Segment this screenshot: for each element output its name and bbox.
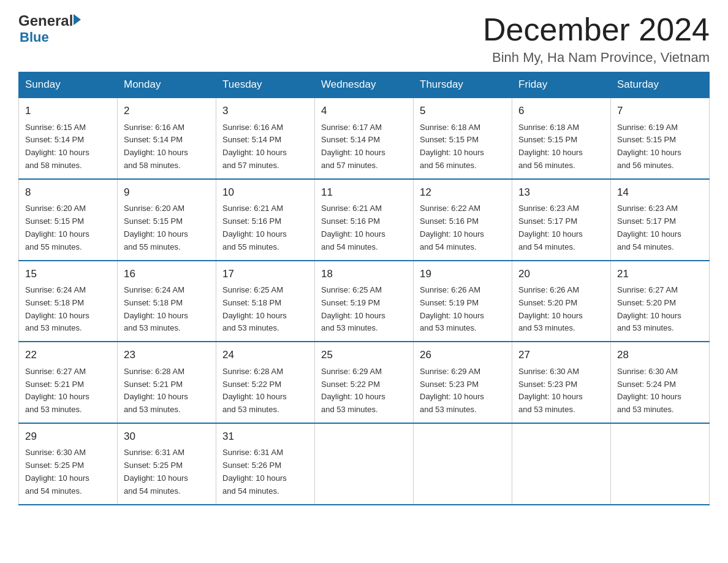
day-info: Sunrise: 6:20 AMSunset: 5:15 PMDaylight:… <box>124 204 188 251</box>
day-number: 29 <box>25 429 111 445</box>
week-row-5: 29 Sunrise: 6:30 AMSunset: 5:25 PMDaylig… <box>19 423 710 505</box>
week-row-3: 15 Sunrise: 6:24 AMSunset: 5:18 PMDaylig… <box>19 261 710 342</box>
day-number: 2 <box>124 103 210 119</box>
location-title: Binh My, Ha Nam Province, Vietnam <box>483 50 710 66</box>
day-number: 16 <box>124 266 210 282</box>
week-row-4: 22 Sunrise: 6:27 AMSunset: 5:21 PMDaylig… <box>19 342 710 423</box>
calendar-cell: 3 Sunrise: 6:16 AMSunset: 5:14 PMDayligh… <box>216 98 315 179</box>
calendar-cell <box>414 423 512 505</box>
logo-arrow-icon <box>74 14 81 25</box>
calendar-cell: 2 Sunrise: 6:16 AMSunset: 5:14 PMDayligh… <box>118 98 216 179</box>
weekday-header-row: SundayMondayTuesdayWednesdayThursdayFrid… <box>19 72 710 98</box>
calendar-cell: 17 Sunrise: 6:25 AMSunset: 5:18 PMDaylig… <box>216 261 315 342</box>
logo: General <box>18 12 81 29</box>
calendar-cell: 19 Sunrise: 6:26 AMSunset: 5:19 PMDaylig… <box>414 261 512 342</box>
calendar-cell: 6 Sunrise: 6:18 AMSunset: 5:15 PMDayligh… <box>512 98 611 179</box>
header-tuesday: Tuesday <box>216 72 315 98</box>
day-number: 21 <box>617 266 703 282</box>
day-info: Sunrise: 6:28 AMSunset: 5:21 PMDaylight:… <box>124 367 188 414</box>
day-info: Sunrise: 6:21 AMSunset: 5:16 PMDaylight:… <box>222 204 287 251</box>
day-info: Sunrise: 6:24 AMSunset: 5:18 PMDaylight:… <box>124 285 188 332</box>
day-number: 1 <box>25 103 111 119</box>
page-header: General Blue December 2024 Binh My, Ha N… <box>18 12 710 66</box>
day-number: 5 <box>420 103 506 119</box>
logo-area: General Blue <box>18 12 81 45</box>
calendar-cell: 11 Sunrise: 6:21 AMSunset: 5:16 PMDaylig… <box>315 179 414 261</box>
day-info: Sunrise: 6:20 AMSunset: 5:15 PMDaylight:… <box>25 204 89 251</box>
calendar-cell <box>611 423 710 505</box>
week-row-1: 1 Sunrise: 6:15 AMSunset: 5:14 PMDayligh… <box>19 98 710 179</box>
day-number: 9 <box>124 185 210 201</box>
day-number: 31 <box>222 429 308 445</box>
calendar-cell: 15 Sunrise: 6:24 AMSunset: 5:18 PMDaylig… <box>19 261 118 342</box>
title-area: December 2024 Binh My, Ha Nam Province, … <box>483 12 710 66</box>
day-info: Sunrise: 6:17 AMSunset: 5:14 PMDaylight:… <box>321 123 385 170</box>
day-number: 26 <box>420 347 506 363</box>
calendar-cell: 1 Sunrise: 6:15 AMSunset: 5:14 PMDayligh… <box>19 98 118 179</box>
day-number: 19 <box>420 266 506 282</box>
day-info: Sunrise: 6:19 AMSunset: 5:15 PMDaylight:… <box>617 123 681 170</box>
day-number: 28 <box>617 347 703 363</box>
day-number: 27 <box>518 347 604 363</box>
day-info: Sunrise: 6:31 AMSunset: 5:25 PMDaylight:… <box>124 448 188 495</box>
calendar-cell: 16 Sunrise: 6:24 AMSunset: 5:18 PMDaylig… <box>118 261 216 342</box>
day-number: 14 <box>617 185 703 201</box>
day-info: Sunrise: 6:16 AMSunset: 5:14 PMDaylight:… <box>124 123 188 170</box>
calendar-cell: 7 Sunrise: 6:19 AMSunset: 5:15 PMDayligh… <box>611 98 710 179</box>
calendar-cell: 26 Sunrise: 6:29 AMSunset: 5:23 PMDaylig… <box>414 342 512 423</box>
calendar-cell: 18 Sunrise: 6:25 AMSunset: 5:19 PMDaylig… <box>315 261 414 342</box>
day-info: Sunrise: 6:30 AMSunset: 5:24 PMDaylight:… <box>617 367 681 414</box>
calendar-cell: 29 Sunrise: 6:30 AMSunset: 5:25 PMDaylig… <box>19 423 118 505</box>
calendar-cell: 31 Sunrise: 6:31 AMSunset: 5:26 PMDaylig… <box>216 423 315 505</box>
day-number: 7 <box>617 103 703 119</box>
day-info: Sunrise: 6:27 AMSunset: 5:20 PMDaylight:… <box>617 285 681 332</box>
header-thursday: Thursday <box>414 72 512 98</box>
calendar-cell: 9 Sunrise: 6:20 AMSunset: 5:15 PMDayligh… <box>118 179 216 261</box>
header-monday: Monday <box>118 72 216 98</box>
calendar-cell: 10 Sunrise: 6:21 AMSunset: 5:16 PMDaylig… <box>216 179 315 261</box>
day-info: Sunrise: 6:29 AMSunset: 5:23 PMDaylight:… <box>420 367 484 414</box>
day-info: Sunrise: 6:31 AMSunset: 5:26 PMDaylight:… <box>222 448 287 495</box>
day-number: 10 <box>222 185 308 201</box>
calendar-cell: 21 Sunrise: 6:27 AMSunset: 5:20 PMDaylig… <box>611 261 710 342</box>
logo-blue-text: Blue <box>20 29 49 45</box>
day-number: 22 <box>25 347 111 363</box>
day-number: 23 <box>124 347 210 363</box>
day-info: Sunrise: 6:30 AMSunset: 5:25 PMDaylight:… <box>25 448 89 495</box>
day-number: 11 <box>321 185 407 201</box>
day-info: Sunrise: 6:23 AMSunset: 5:17 PMDaylight:… <box>518 204 583 251</box>
day-info: Sunrise: 6:30 AMSunset: 5:23 PMDaylight:… <box>518 367 583 414</box>
day-info: Sunrise: 6:26 AMSunset: 5:19 PMDaylight:… <box>420 285 484 332</box>
calendar-cell: 13 Sunrise: 6:23 AMSunset: 5:17 PMDaylig… <box>512 179 611 261</box>
day-number: 25 <box>321 347 407 363</box>
header-wednesday: Wednesday <box>315 72 414 98</box>
day-number: 13 <box>518 185 604 201</box>
day-number: 8 <box>25 185 111 201</box>
day-info: Sunrise: 6:28 AMSunset: 5:22 PMDaylight:… <box>222 367 287 414</box>
calendar-cell: 4 Sunrise: 6:17 AMSunset: 5:14 PMDayligh… <box>315 98 414 179</box>
day-number: 6 <box>518 103 604 119</box>
day-number: 30 <box>124 429 210 445</box>
calendar-cell: 25 Sunrise: 6:29 AMSunset: 5:22 PMDaylig… <box>315 342 414 423</box>
calendar-cell: 20 Sunrise: 6:26 AMSunset: 5:20 PMDaylig… <box>512 261 611 342</box>
header-friday: Friday <box>512 72 611 98</box>
week-row-2: 8 Sunrise: 6:20 AMSunset: 5:15 PMDayligh… <box>19 179 710 261</box>
day-number: 3 <box>222 103 308 119</box>
calendar-cell: 12 Sunrise: 6:22 AMSunset: 5:16 PMDaylig… <box>414 179 512 261</box>
calendar-cell: 22 Sunrise: 6:27 AMSunset: 5:21 PMDaylig… <box>19 342 118 423</box>
calendar-cell <box>315 423 414 505</box>
calendar-cell: 27 Sunrise: 6:30 AMSunset: 5:23 PMDaylig… <box>512 342 611 423</box>
calendar-cell: 28 Sunrise: 6:30 AMSunset: 5:24 PMDaylig… <box>611 342 710 423</box>
day-number: 20 <box>518 266 604 282</box>
day-info: Sunrise: 6:27 AMSunset: 5:21 PMDaylight:… <box>25 367 89 414</box>
day-number: 24 <box>222 347 308 363</box>
day-info: Sunrise: 6:24 AMSunset: 5:18 PMDaylight:… <box>25 285 89 332</box>
day-info: Sunrise: 6:16 AMSunset: 5:14 PMDaylight:… <box>222 123 287 170</box>
day-info: Sunrise: 6:18 AMSunset: 5:15 PMDaylight:… <box>518 123 583 170</box>
day-number: 17 <box>222 266 308 282</box>
day-number: 12 <box>420 185 506 201</box>
day-info: Sunrise: 6:29 AMSunset: 5:22 PMDaylight:… <box>321 367 385 414</box>
day-number: 18 <box>321 266 407 282</box>
day-number: 4 <box>321 103 407 119</box>
header-sunday: Sunday <box>19 72 118 98</box>
